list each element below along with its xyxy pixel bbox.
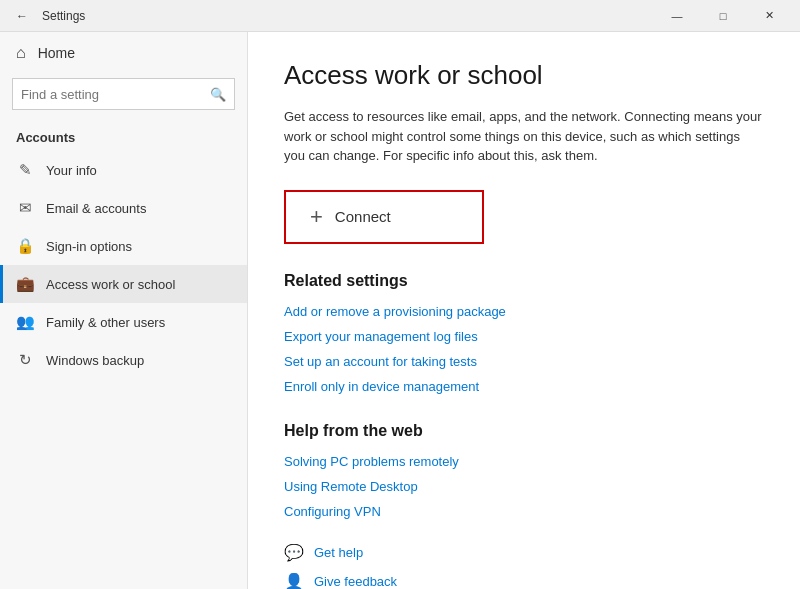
- page-title: Access work or school: [284, 60, 764, 91]
- email-icon: ✉: [16, 199, 34, 217]
- related-settings-section: Related settings Add or remove a provisi…: [284, 272, 764, 394]
- backup-icon: ↻: [16, 351, 34, 369]
- sidebar-item-your-info[interactable]: ✎ Your info: [0, 151, 247, 189]
- person-icon: ✎: [16, 161, 34, 179]
- get-help-link[interactable]: Get help: [314, 545, 363, 560]
- give-feedback-link[interactable]: Give feedback: [314, 574, 397, 589]
- related-settings-heading: Related settings: [284, 272, 764, 290]
- main-content: Access work or school Get access to reso…: [248, 32, 800, 589]
- get-help-icon: 💬: [284, 543, 304, 562]
- link-configuring-vpn[interactable]: Configuring VPN: [284, 504, 764, 519]
- close-button[interactable]: ✕: [746, 0, 792, 32]
- maximize-button[interactable]: □: [700, 0, 746, 32]
- sidebar: ⌂ Home 🔍 Accounts ✎ Your info ✉ Email & …: [0, 32, 248, 589]
- connect-label: Connect: [335, 208, 391, 225]
- search-input[interactable]: [21, 87, 204, 102]
- titlebar-controls: ← Settings: [8, 2, 85, 30]
- sidebar-item-email-accounts[interactable]: ✉ Email & accounts: [0, 189, 247, 227]
- link-device-management[interactable]: Enroll only in device management: [284, 379, 764, 394]
- titlebar-title: Settings: [38, 9, 85, 23]
- sidebar-item-access-work[interactable]: 💼 Access work or school: [0, 265, 247, 303]
- sidebar-item-windows-backup[interactable]: ↻ Windows backup: [0, 341, 247, 379]
- sidebar-item-sign-in[interactable]: 🔒 Sign-in options: [0, 227, 247, 265]
- sidebar-home-button[interactable]: ⌂ Home: [0, 32, 247, 74]
- link-account-taking-tests[interactable]: Set up an account for taking tests: [284, 354, 764, 369]
- search-icon[interactable]: 🔍: [210, 87, 226, 102]
- sidebar-item-family[interactable]: 👥 Family & other users: [0, 303, 247, 341]
- bottom-links: 💬 Get help 👤 Give feedback: [284, 543, 764, 590]
- sidebar-item-label: Access work or school: [46, 277, 175, 292]
- link-remote-desktop[interactable]: Using Remote Desktop: [284, 479, 764, 494]
- sidebar-item-label: Windows backup: [46, 353, 144, 368]
- page-description: Get access to resources like email, apps…: [284, 107, 764, 166]
- plus-icon: +: [310, 206, 323, 228]
- sidebar-section-title: Accounts: [0, 122, 247, 151]
- sidebar-item-label: Email & accounts: [46, 201, 146, 216]
- link-provisioning-package[interactable]: Add or remove a provisioning package: [284, 304, 764, 319]
- sidebar-item-label: Family & other users: [46, 315, 165, 330]
- link-management-log[interactable]: Export your management log files: [284, 329, 764, 344]
- sidebar-item-label: Your info: [46, 163, 97, 178]
- help-section: Help from the web Solving PC problems re…: [284, 422, 764, 519]
- home-icon: ⌂: [16, 44, 26, 62]
- key-icon: 🔒: [16, 237, 34, 255]
- window-controls: — □ ✕: [654, 0, 792, 32]
- sidebar-item-label: Sign-in options: [46, 239, 132, 254]
- get-help-item[interactable]: 💬 Get help: [284, 543, 764, 562]
- give-feedback-icon: 👤: [284, 572, 304, 590]
- connect-button[interactable]: + Connect: [284, 190, 484, 244]
- help-section-heading: Help from the web: [284, 422, 764, 440]
- give-feedback-item[interactable]: 👤 Give feedback: [284, 572, 764, 590]
- minimize-button[interactable]: —: [654, 0, 700, 32]
- briefcase-icon: 💼: [16, 275, 34, 293]
- titlebar: ← Settings — □ ✕: [0, 0, 800, 32]
- search-box[interactable]: 🔍: [12, 78, 235, 110]
- app-container: ⌂ Home 🔍 Accounts ✎ Your info ✉ Email & …: [0, 32, 800, 589]
- back-button[interactable]: ←: [8, 2, 36, 30]
- sidebar-home-label: Home: [38, 45, 75, 61]
- link-pc-problems[interactable]: Solving PC problems remotely: [284, 454, 764, 469]
- family-icon: 👥: [16, 313, 34, 331]
